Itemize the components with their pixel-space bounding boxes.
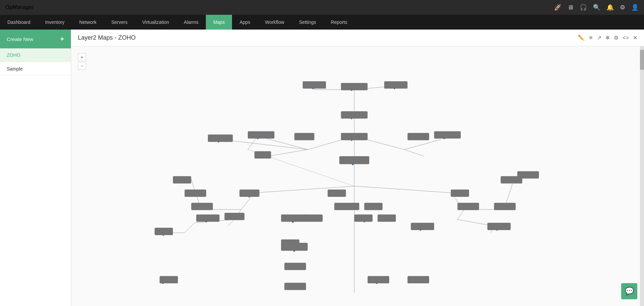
svg-rect-51 [351,118,352,119]
code-icon[interactable]: <> [623,35,629,41]
create-new-label: Create New [7,36,33,42]
svg-line-25 [354,186,404,189]
svg-rect-52 [341,133,367,140]
svg-rect-76 [284,263,306,270]
zoom-in-button[interactable]: + [78,53,86,61]
headset-icon[interactable]: 🎧 [580,4,587,11]
svg-rect-90 [494,203,515,210]
zoom-out-button[interactable]: − [78,62,86,70]
svg-rect-95 [411,223,434,230]
svg-rect-42 [351,90,352,91]
svg-line-19 [185,223,195,233]
svg-line-21 [228,219,235,226]
nav-workflow[interactable]: Workflow [258,15,291,30]
main-panel: Layer2 Maps - ZOHO ✏️ ✳ ↗ ❄ ⚙ <> ✕ + − [71,30,644,306]
monitor-icon[interactable]: 🖥 [567,4,573,11]
svg-line-23 [404,139,441,149]
nav-settings[interactable]: Settings [292,15,324,30]
svg-rect-82 [328,189,346,197]
svg-rect-67 [196,214,219,222]
svg-rect-56 [408,133,429,140]
svg-rect-58 [444,138,445,139]
svg-rect-50 [341,111,367,119]
cluster-icon[interactable]: ✳ [589,35,593,41]
svg-rect-49 [294,133,314,140]
svg-rect-65 [173,176,191,184]
share-icon[interactable]: ↗ [597,35,601,41]
settings-icon[interactable]: ⚙ [614,35,618,41]
svg-rect-63 [248,196,250,198]
create-new-button[interactable]: Create New + [0,30,71,48]
svg-line-13 [304,186,354,189]
chat-icon: 💬 [625,287,634,296]
svg-line-11 [268,149,308,156]
svg-rect-84 [364,203,383,210]
svg-rect-88 [451,189,469,197]
user-icon[interactable]: 👤 [631,4,639,11]
svg-line-29 [457,210,464,220]
close-icon[interactable]: ✕ [633,35,637,41]
svg-rect-44 [312,88,314,89]
svg-line-14 [255,189,305,193]
svg-rect-83 [334,203,359,210]
svg-rect-91 [488,223,511,230]
nav-network[interactable]: Network [72,15,104,30]
svg-rect-99 [408,276,429,283]
topbar: OpManager 🚀 🖥 🎧 🔍 🔔 ⚙ 👤 [0,0,644,15]
svg-rect-66 [185,189,206,197]
panel-title: Layer2 Maps - ZOHO [78,34,136,41]
svg-line-26 [404,189,451,193]
bell-icon[interactable]: 🔔 [606,4,614,11]
svg-rect-96 [420,229,421,231]
svg-rect-53 [351,139,352,141]
svg-rect-68 [205,221,207,222]
nav-dashboard[interactable]: Dashboard [0,15,38,30]
svg-rect-47 [248,131,274,139]
zoom-controls: + − [78,53,86,70]
chat-button[interactable]: 💬 [621,283,637,299]
scrollbar-thumb[interactable] [640,50,644,70]
scrollbar[interactable] [640,46,644,306]
svg-rect-41 [341,83,367,90]
map-area[interactable]: + − .node-box { fill: #757575; rx: 3; } … [71,46,644,306]
svg-line-12 [221,139,308,149]
navbar: Dashboard Inventory Network Servers Virt… [0,15,644,30]
nav-maps[interactable]: Maps [206,15,232,30]
nav-servers[interactable]: Servers [104,15,135,30]
nav-alarms[interactable]: Alarms [177,15,206,30]
svg-rect-43 [303,81,326,89]
edit-icon[interactable]: ✏️ [578,35,585,41]
svg-line-24 [404,149,424,156]
svg-rect-85 [354,214,373,222]
sidebar-item-zoho[interactable]: ZOHO [0,48,71,62]
svg-rect-80 [159,276,178,283]
nav-reports[interactable]: Reports [323,15,355,30]
sidebar-item-sample[interactable]: Sample [0,62,71,76]
panel-header: Layer2 Maps - ZOHO ✏️ ✳ ↗ ❄ ⚙ <> ✕ [71,30,644,46]
content: Create New + ZOHO Sample Layer2 Maps - Z… [0,30,644,306]
svg-rect-87 [377,214,396,222]
svg-rect-71 [292,221,294,223]
svg-rect-45 [384,81,407,89]
rocket-icon[interactable]: 🚀 [554,4,561,11]
svg-rect-78 [154,228,173,235]
svg-rect-92 [496,229,498,231]
panel-actions: ✏️ ✳ ↗ ❄ ⚙ <> ✕ [578,35,637,41]
search-icon[interactable]: 🔍 [593,4,600,11]
svg-rect-70 [281,214,308,222]
topbar-icons: 🚀 🖥 🎧 🔍 🔔 ⚙ 👤 [554,4,639,11]
nav-apps[interactable]: Apps [232,15,258,30]
gear-icon[interactable]: ⚙ [620,4,625,11]
svg-rect-57 [434,131,461,139]
svg-rect-62 [239,189,259,197]
nav-virtualization[interactable]: Virtualization [135,15,177,30]
svg-rect-86 [364,221,365,222]
nav-inventory[interactable]: Inventory [38,15,72,30]
plus-icon: + [60,35,64,43]
network-diagram: .node-box { fill: #757575; rx: 3; } .con… [71,46,644,306]
atom-icon[interactable]: ❄ [605,35,610,41]
svg-rect-75 [293,250,295,252]
svg-rect-46 [394,88,395,89]
svg-rect-94 [517,171,539,179]
svg-rect-81 [162,283,164,284]
